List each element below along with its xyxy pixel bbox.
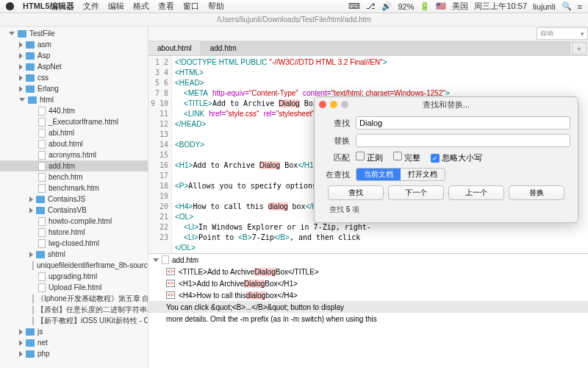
tree-folder[interactable]: css <box>0 72 148 83</box>
menu-edit[interactable]: 编辑 <box>108 1 124 12</box>
tree-file[interactable]: 《Iphone开发基础教程》第五章 自动旋转和调整大小 <box>0 293 148 304</box>
tree-file[interactable]: uniquefileidentifierframe_8h-source.html <box>0 260 148 271</box>
tree-folder[interactable]: ContainsJS <box>0 194 148 205</box>
tree-folder[interactable]: Erlang <box>0 83 148 94</box>
encoding-dropdown[interactable]: 自动▾ <box>537 27 588 40</box>
tree-file[interactable]: Upload File.html <box>0 282 148 293</box>
tree-folder[interactable]: AspNet <box>0 61 148 72</box>
tree-file[interactable]: bench.htm <box>0 171 148 183</box>
wifi-icon[interactable]: ⎇ <box>366 1 376 11</box>
new-tab-button[interactable]: + <box>572 42 587 54</box>
tree-file[interactable]: acronyms.html <box>0 149 148 160</box>
disclosure-icon[interactable] <box>19 53 23 59</box>
result-row[interactable]: <><TITLE>Add to Archive Dialog Box</TITL… <box>148 266 588 277</box>
tree-file[interactable]: about.html <box>0 138 148 149</box>
result-row[interactable]: You can click &quot;<B>...</B>&quot; but… <box>148 301 588 313</box>
seg-current[interactable]: 当前文档 <box>356 169 401 180</box>
menu-file[interactable]: 文件 <box>83 1 99 12</box>
result-row[interactable]: more details. Omit the -m prefix (as in … <box>148 313 588 325</box>
tree-folder[interactable]: asm <box>0 39 148 50</box>
tree-folder[interactable]: js <box>0 326 148 337</box>
tree-folder[interactable]: html <box>0 94 148 105</box>
prev-button[interactable]: 上一个 <box>448 185 504 200</box>
find-button[interactable]: 查找 <box>328 185 384 200</box>
volume-icon[interactable]: 🔊 <box>381 1 392 11</box>
dialog-title: 查找和替换... <box>315 99 578 110</box>
dialog-titlebar[interactable]: 查找和替换... <box>315 97 578 112</box>
tree-file[interactable]: 440.htm <box>0 105 148 116</box>
replace-label: 替换 <box>322 135 350 146</box>
tag-icon: <> <box>166 291 175 299</box>
tree-file[interactable]: hstore.html <box>0 227 148 238</box>
user-name[interactable]: liujunli <box>533 2 556 11</box>
tree-label: net <box>37 339 48 347</box>
tree-label: 440.htm <box>49 107 75 115</box>
tree-label: asm <box>37 40 51 49</box>
result-row[interactable]: <><H1>Add to Archive Dialog Box</H1> <box>148 277 588 289</box>
file-tree[interactable]: TestFileasmAspAspNetcssErlanghtml440.htm… <box>0 26 148 368</box>
disclosure-icon[interactable] <box>19 42 23 48</box>
scope-segment[interactable]: 当前文档 打开文档 <box>356 168 445 181</box>
tab-about[interactable]: about.html <box>148 41 201 55</box>
result-row[interactable]: <><H4>How to call this dialog box</H4> <box>148 289 588 301</box>
seg-open[interactable]: 打开文档 <box>401 169 445 180</box>
chevron-down-icon[interactable] <box>153 258 159 262</box>
disclosure-icon[interactable] <box>19 329 23 335</box>
battery-icon[interactable]: 🔋 <box>420 1 430 11</box>
tab-add[interactable]: add.htm <box>201 41 570 55</box>
tree-file[interactable]: abi.html <box>0 127 148 138</box>
disclosure-icon[interactable] <box>19 64 23 70</box>
file-icon <box>38 162 46 171</box>
file-icon <box>38 283 46 292</box>
tree-label: Asp <box>37 52 50 60</box>
find-input[interactable] <box>356 116 570 130</box>
next-button[interactable]: 下一个 <box>388 185 444 200</box>
app-name[interactable]: HTML5编辑器 <box>23 1 74 12</box>
tree-file[interactable]: add.htm <box>0 160 148 171</box>
replace-input[interactable] <box>356 134 570 147</box>
disclosure-icon[interactable] <box>19 75 23 81</box>
menu-window[interactable]: 窗口 <box>183 1 199 12</box>
disclosure-icon[interactable] <box>19 351 23 357</box>
tree-file[interactable]: 【新手教程】iOS5 UIKit新特性 - CocoaChina 苹果开 <box>0 315 148 326</box>
line-gutter: 1 2 3 4 5 6 7 8 9 10 11 12 13 14 15 16 1… <box>148 56 172 253</box>
disclosure-icon[interactable] <box>19 86 23 92</box>
menu-format[interactable]: 格式 <box>133 1 149 12</box>
results-file[interactable]: add.htm <box>148 254 588 266</box>
disclosure-icon[interactable] <box>29 197 33 202</box>
tree-folder[interactable]: net <box>0 337 148 348</box>
tree-folder[interactable]: shtml <box>0 249 148 260</box>
regex-checkbox[interactable]: 正则 <box>356 152 383 163</box>
tree-file[interactable]: lwg-closed.html <box>0 238 148 249</box>
disclosure-icon[interactable] <box>19 340 23 346</box>
tree-file[interactable]: howto-compile.html <box>0 216 148 227</box>
disclosure-icon[interactable] <box>9 32 15 35</box>
disclosure-icon[interactable] <box>19 98 25 102</box>
tree-folder[interactable]: php <box>0 348 148 359</box>
disclosure-icon[interactable] <box>29 252 33 258</box>
tree-file[interactable]: upgrading.html <box>0 271 148 282</box>
tree-folder[interactable]: Asp <box>0 50 148 61</box>
search-results: add.htm <><TITLE>Add to Archive Dialog B… <box>148 253 588 368</box>
menu-help[interactable]: 帮助 <box>208 1 224 12</box>
tree-file[interactable]: benchmark.htm <box>0 183 148 194</box>
replace-button[interactable]: 替换 <box>509 185 564 200</box>
tree-label: 【原创】任意长度的二进制字符串和十进制串的转换算 <box>37 305 148 315</box>
case-checkbox[interactable]: ✓忽略大小写 <box>431 152 482 163</box>
menu-extra-icon[interactable]: ≡ <box>578 2 582 11</box>
tree-folder[interactable]: ContainsVB <box>0 205 148 216</box>
datetime[interactable]: 周三上午10:57 <box>474 1 527 12</box>
tree-folder[interactable]: TestFile <box>0 28 148 39</box>
tag-icon: <> <box>166 280 175 287</box>
menu-view[interactable]: 查看 <box>158 1 174 12</box>
tree-file[interactable]: 【原创】任意长度的二进制字符串和十进制串的转换算 <box>0 304 148 315</box>
flag-icon[interactable]: 🇺🇸 <box>436 1 446 11</box>
keyboard-icon[interactable]: ⌨ <box>348 1 360 11</box>
apple-icon[interactable] <box>6 2 14 10</box>
search-icon[interactable]: 🔍 <box>562 1 572 11</box>
disclosure-icon[interactable] <box>29 208 33 213</box>
tree-file[interactable]: _ExecutorIframe.html <box>0 116 148 127</box>
whole-checkbox[interactable]: 完整 <box>393 152 420 163</box>
tree-label: php <box>37 350 50 358</box>
folder-icon <box>36 251 45 258</box>
